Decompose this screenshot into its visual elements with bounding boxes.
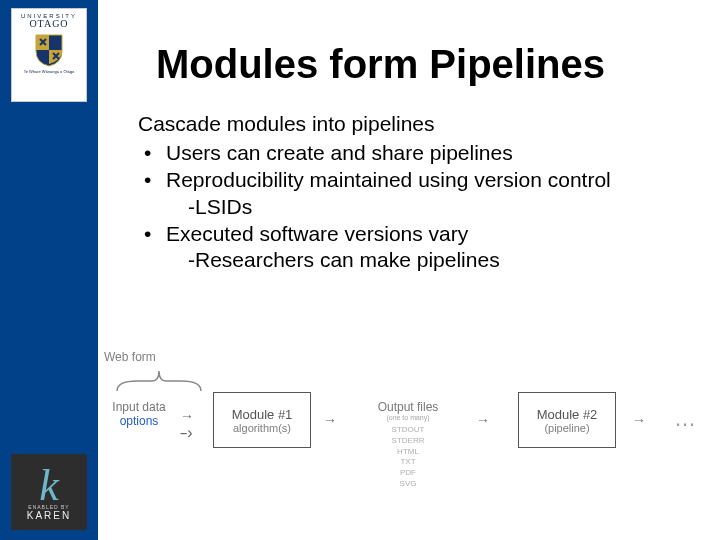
otago-shield-icon (34, 33, 64, 67)
bullet-list: Users can create and share pipelines Rep… (138, 140, 690, 274)
bullet-text: Executed software versions vary (166, 222, 468, 245)
karen-k-icon: k (39, 464, 59, 508)
brace-icon (114, 368, 204, 394)
slide-content: Modules form Pipelines Cascade modules i… (98, 0, 720, 540)
otago-logo-line2: OTAGO (29, 18, 68, 29)
karen-name-label: KAREN (27, 510, 71, 521)
output-title: Output files (358, 400, 458, 414)
output-block: Output files (one to many) STDOUT STDERR… (358, 400, 458, 490)
input-data-label: Input data (104, 400, 174, 414)
otago-logo-strap: Te Whare Wānanga o Otāgo (24, 70, 75, 74)
bullet-subline: -Researchers can make pipelines (166, 247, 690, 274)
bullet-text: Users can create and share pipelines (166, 141, 513, 164)
output-count: (one to many) (358, 414, 458, 421)
input-block: Input data options (104, 400, 174, 428)
output-formats: STDOUT STDERR HTML TXT PDF SVG (358, 425, 458, 490)
dashed-arrow-icon (180, 424, 191, 442)
bullet-item: Users can create and share pipelines (144, 140, 690, 167)
options-label: options (104, 414, 174, 428)
bullet-text: Reproducibility maintained using version… (166, 168, 611, 191)
module-1-subtitle: algorithm(s) (233, 422, 291, 434)
format-item: STDERR (358, 436, 458, 447)
karen-logo: k ENABLED BY KAREN (11, 454, 87, 530)
arrow-icon (180, 408, 194, 424)
slide-title: Modules form Pipelines (156, 42, 720, 87)
bullet-subline: -LSIDs (166, 194, 690, 221)
module-1-box: Module #1 algorithm(s) (213, 392, 311, 448)
module-2-title: Module #2 (537, 407, 598, 422)
bullet-item: Reproducibility maintained using version… (144, 167, 690, 221)
pipeline-diagram: Web form Input data options Module #1 al… (98, 350, 712, 510)
ellipsis-label: … (674, 406, 698, 432)
module-1-title: Module #1 (232, 407, 293, 422)
module-2-box: Module #2 (pipeline) (518, 392, 616, 448)
format-item: HTML (358, 447, 458, 458)
arrow-icon (632, 412, 646, 428)
arrow-icon (323, 412, 337, 428)
bullet-item: Executed software versions vary -Researc… (144, 221, 690, 275)
format-item: PDF (358, 468, 458, 479)
sidebar: UNIVERSITY OTAGO Te Whare Wānanga o Otāg… (0, 0, 98, 540)
format-item: STDOUT (358, 425, 458, 436)
webform-label: Web form (104, 350, 156, 364)
module-2-subtitle: (pipeline) (544, 422, 589, 434)
slide-lead: Cascade modules into pipelines (138, 111, 690, 138)
arrow-icon (476, 412, 490, 428)
slide-body: Cascade modules into pipelines Users can… (138, 111, 690, 274)
otago-logo: UNIVERSITY OTAGO Te Whare Wānanga o Otāg… (11, 8, 87, 102)
format-item: TXT (358, 457, 458, 468)
format-item: SVG (358, 479, 458, 490)
